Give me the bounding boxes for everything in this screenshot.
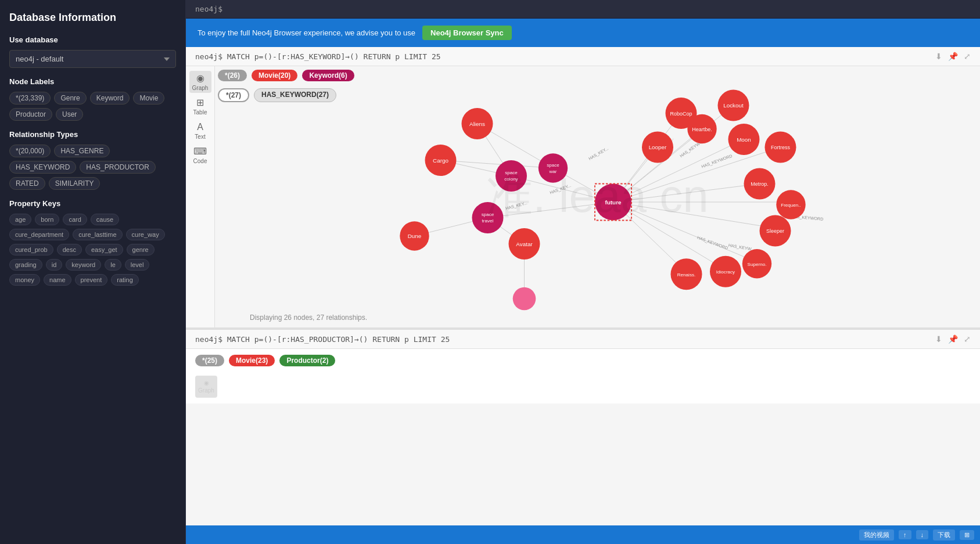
prop-money[interactable]: money xyxy=(9,274,40,286)
filter-tags-row2: *(27) HAS_KEYWORD(27) xyxy=(218,88,354,102)
prop-genre[interactable]: genre xyxy=(127,244,155,255)
sidebar: Database Information Use database neo4j … xyxy=(0,0,186,544)
svg-text:Aliens: Aliens xyxy=(469,121,485,127)
node-space-travel[interactable] xyxy=(472,202,504,233)
rel-type-count[interactable]: *(20,000) xyxy=(9,145,51,157)
prop-born[interactable]: born xyxy=(35,214,59,225)
second-graph-label: Graph xyxy=(198,387,214,394)
filter-area: *(26) Movie(20) Keyword(6) *(27) HAS_KEY… xyxy=(218,70,354,107)
toolbar-table[interactable]: ⊞ Table xyxy=(189,95,211,117)
svg-line-8 xyxy=(613,202,776,228)
bb-up-btn[interactable]: ↑ xyxy=(899,530,911,539)
rel-type-has-productor[interactable]: HAS_PRODUCTOR xyxy=(80,161,155,174)
node-label-productor[interactable]: Productor xyxy=(9,108,52,121)
download-icon[interactable]: ⬇ xyxy=(935,52,942,61)
pin-icon[interactable]: 📌 xyxy=(948,52,958,61)
filter-all-26[interactable]: *(26) xyxy=(218,70,247,81)
prop-card[interactable]: card xyxy=(63,214,87,225)
svg-line-6 xyxy=(613,184,760,203)
banner-text: To enjoy the full Neo4j Browser experien… xyxy=(198,28,415,37)
filter-all-27[interactable]: *(27) xyxy=(218,88,249,102)
toolbar-code[interactable]: ⌨ Code xyxy=(189,144,211,166)
svg-text:Metrop.: Metrop. xyxy=(751,181,769,187)
topbar-text: neo4j$ xyxy=(195,5,222,13)
prop-cure-lasttime[interactable]: cure_lasttime xyxy=(73,229,122,240)
prop-rating[interactable]: rating xyxy=(111,274,139,286)
filter-keyword-6[interactable]: Keyword(6) xyxy=(302,70,354,81)
filter-all-25[interactable]: *(25) xyxy=(195,355,224,366)
prop-cause[interactable]: cause xyxy=(91,214,119,225)
toolbar-text[interactable]: A Text xyxy=(189,120,211,142)
scrollable-panels: neo4j$ MATCH p=()-[r:HAS_KEYWORD]→() RET… xyxy=(186,47,980,525)
panel-container: neo4j$ MATCH p=()-[r:HAS_KEYWORD]→() RET… xyxy=(186,47,980,525)
second-filter-tags: *(25) Movie(23) Productor(2) xyxy=(195,355,971,366)
second-query-header: neo4j$ MATCH p=()-[r:HAS_PRODUCTOR]→() R… xyxy=(186,330,980,349)
expand-icon[interactable]: ⤢ xyxy=(964,52,971,61)
second-query-actions: ⬇ 📌 ⤢ xyxy=(935,334,971,344)
filter-movie-23[interactable]: Movie(23) xyxy=(229,355,275,366)
rel-type-similarity[interactable]: SIMILARITY xyxy=(49,177,100,190)
pin-icon-2[interactable]: 📌 xyxy=(948,334,958,344)
toolbar-graph[interactable]: ◉ Graph xyxy=(189,71,211,93)
graph-display-area: ◉ Graph ⊞ Table A Text ⌨ xyxy=(186,66,980,327)
node-space-war[interactable] xyxy=(539,153,568,182)
svg-text:HAS_KEYWORD: HAS_KEYWORD xyxy=(697,235,729,251)
filter-productor-2[interactable]: Productor(2) xyxy=(279,355,335,366)
prop-level[interactable]: level xyxy=(125,259,150,271)
download-icon-2[interactable]: ⬇ xyxy=(935,334,942,344)
prop-prevent[interactable]: prevent xyxy=(75,274,108,286)
node-label-count[interactable]: *(23,339) xyxy=(9,92,51,105)
svg-text:future: future xyxy=(605,199,622,206)
rel-type-has-keyword[interactable]: HAS_KEYWORD xyxy=(9,161,76,174)
bb-down-btn[interactable]: ↓ xyxy=(916,530,929,539)
svg-text:Lockout: Lockout xyxy=(723,102,744,109)
prop-desc[interactable]: desc xyxy=(57,244,82,255)
graph-label: Graph xyxy=(192,85,209,91)
filter-tags-row1: *(26) Movie(20) Keyword(6) xyxy=(218,70,354,81)
svg-text:Moon: Moon xyxy=(737,136,751,143)
svg-text:HAS_KEY...: HAS_KEY... xyxy=(588,146,610,161)
prop-name[interactable]: name xyxy=(44,274,71,286)
database-select[interactable]: neo4j - default xyxy=(9,50,176,68)
relationship-types-title: Relationship Types xyxy=(9,130,176,139)
graph-toolbar: ◉ Graph ⊞ Table A Text ⌨ xyxy=(186,66,215,327)
bb-download-btn[interactable]: 下载 xyxy=(933,529,955,541)
prop-keyword[interactable]: keyword xyxy=(66,259,101,271)
node-label-keyword[interactable]: Keyword xyxy=(90,92,130,105)
svg-text:Cargo: Cargo xyxy=(433,157,448,164)
rel-type-has-genre[interactable]: HAS_GENRE xyxy=(54,145,110,157)
prop-cure-way[interactable]: cure_way xyxy=(126,229,165,240)
prop-age[interactable]: age xyxy=(9,214,31,225)
text-icon: A xyxy=(197,122,203,132)
svg-text:RoboCop: RoboCop xyxy=(670,111,692,117)
filter-movie-20[interactable]: Movie(20) xyxy=(252,70,297,81)
rel-type-rated[interactable]: RATED xyxy=(9,177,45,190)
node-label-user[interactable]: User xyxy=(56,108,83,121)
node-bottom[interactable] xyxy=(513,287,536,311)
node-space-colony[interactable] xyxy=(496,160,527,192)
second-graph-btn[interactable]: ◉ Graph xyxy=(195,376,217,398)
filter-has-keyword-27[interactable]: HAS_KEYWORD(27) xyxy=(254,88,336,102)
node-label-movie[interactable]: Movie xyxy=(133,92,164,105)
node-label-genre[interactable]: Genre xyxy=(54,92,86,105)
expand-icon-2[interactable]: ⤢ xyxy=(964,334,971,344)
second-toolbar-area: ◉ Graph xyxy=(195,376,971,398)
table-label: Table xyxy=(193,109,207,116)
use-database-label: Use database xyxy=(9,35,176,44)
prop-cure-department[interactable]: cure_department xyxy=(9,229,69,240)
prop-le[interactable]: le xyxy=(105,259,121,271)
prop-grading[interactable]: grading xyxy=(9,259,42,271)
first-query-panel: neo4j$ MATCH p=()-[r:HAS_KEYWORD]→() RET… xyxy=(186,47,980,329)
bottom-bar: 我的视频 ↑ ↓ 下载 ⊞ xyxy=(186,525,980,544)
sync-button[interactable]: Neo4j Browser Sync xyxy=(422,26,512,40)
bb-video-btn[interactable]: 我的视频 xyxy=(859,529,894,541)
prop-id[interactable]: id xyxy=(46,259,63,271)
graph-nodes: future Aliens Cargo Dune Avatar xyxy=(400,90,805,311)
second-graph-icon: ◉ xyxy=(204,380,209,386)
prop-easy-get[interactable]: easy_get xyxy=(85,244,123,255)
svg-line-10 xyxy=(613,202,726,270)
svg-text:Looper: Looper xyxy=(649,144,667,150)
prop-cured-prob[interactable]: cured_prob xyxy=(9,244,53,255)
svg-text:space: space xyxy=(482,212,494,217)
bb-grid-btn[interactable]: ⊞ xyxy=(960,530,974,540)
